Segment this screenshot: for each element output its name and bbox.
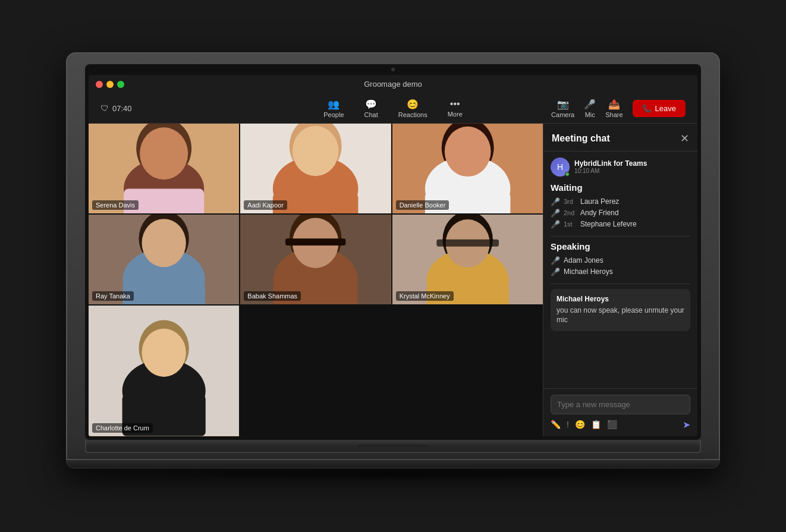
divider-2 [551,284,690,284]
svg-rect-36 [436,240,499,247]
bot-msg-text: you can now speak, please unmute your mi… [557,306,684,326]
window-title: Groomage demo [364,80,422,89]
laptop-base [66,460,720,468]
bot-time: 10:10 AM [574,168,647,174]
position-3: 1st [564,221,577,228]
attach-icon[interactable]: 📋 [591,420,601,429]
share-label: Share [605,111,622,118]
title-bar: Groomage demo [89,75,697,94]
position-2: 2nd [564,209,577,216]
speaking-list: Speaking 🎤 Adam Jones 🎤 Michael Heroys [551,241,690,278]
priority-icon[interactable]: ! [567,420,569,429]
participant-name-danielle: Danielle Booker [396,200,449,210]
speaking-mic-icon-2: 🎤 [551,267,560,276]
maximize-window-button[interactable] [117,81,124,88]
svg-point-24 [142,329,186,377]
participant-name-charlotte: Charlotte de Crum [92,423,153,433]
svg-point-3 [140,127,188,180]
participant-name-serena: Serena Davis [92,200,139,210]
video-cell-charlotte: Charlotte de Crum [89,306,239,436]
share-icon: 📤 [608,99,620,110]
reactions-label: Reactions [398,111,427,118]
chat-input-area: ✏️ ! 😊 📋 ⬛ ➤ [543,388,697,436]
reactions-button[interactable]: 😊 Reactions [394,96,432,121]
laptop-frame: Groomage demo 🛡 07:40 👥 People [66,52,720,480]
bot-msg-author: Michael Heroys [557,295,684,303]
chat-header: Meeting chat ✕ [543,124,697,152]
toolbar-center: 👥 People 💬 Chat 😊 Reactions ••• [297,96,489,121]
waiting-name-1: Laura Perez [580,197,619,206]
screen: Groomage demo 🛡 07:40 👥 People [89,75,697,436]
more-icon: ••• [450,99,460,109]
phone-icon: 📞 [642,104,652,113]
speaking-section-title: Speaking [551,241,690,251]
mic-icon-3: 🎤 [551,220,560,229]
camera-label: Camera [551,111,574,118]
leave-label: Leave [655,104,676,113]
waiting-name-2: Andy Friend [580,209,619,217]
giphy-icon[interactable]: ⬛ [607,420,617,429]
mic-icon-2: 🎤 [551,209,560,218]
bot-status-dot [565,172,570,177]
chat-button[interactable]: 💬 Chat [360,96,383,121]
people-button[interactable]: 👥 People [319,96,348,121]
participant-name-ray: Ray Tanaka [92,291,134,301]
reactions-icon: 😊 [407,99,419,110]
mic-icon-1: 🎤 [551,197,560,206]
chat-body[interactable]: H HybridLink for Teams 10:10 AM [543,152,697,388]
send-button[interactable]: ➤ [683,419,690,430]
toolbar-right: 📷 Camera 🎤 Mic 📤 Share 📞 [493,99,686,118]
video-cell-aadi: Aadi Kapoor [240,124,391,213]
emoji-icon[interactable]: 😊 [575,420,585,429]
video-cell-serena: Serena Davis [89,124,239,213]
participant-name-babak: Babak Shammas [244,291,301,301]
share-button[interactable]: 📤 Share [605,99,622,118]
participant-name-krystal: Krystal McKinney [396,291,454,301]
mic-button[interactable]: 🎤 Mic [584,99,596,118]
trackpad-notch [357,445,429,447]
waiting-item-3: 🎤 1st Stephane Lefevre [551,219,690,230]
laptop-body: Groomage demo 🛡 07:40 👥 People [66,52,720,460]
speaking-mic-icon-1: 🎤 [551,256,560,265]
svg-point-29 [444,126,491,176]
bot-avatar: H [551,158,570,177]
waiting-item-1: 🎤 3rd Laura Perez [551,196,690,207]
speaking-name-1: Adam Jones [564,256,603,265]
main-content: Serena Davis [89,124,697,436]
more-button[interactable]: ••• More [443,96,467,120]
timer-area: 🛡 07:40 [100,103,293,113]
leave-button[interactable]: 📞 Leave [633,100,686,117]
webcam [391,68,395,71]
close-window-button[interactable] [96,81,103,88]
window-controls [96,81,124,88]
bot-message-header: H HybridLink for Teams 10:10 AM [551,158,690,177]
close-chat-button[interactable]: ✕ [680,132,689,145]
participant-name-aadi: Aadi Kapoor [244,200,287,210]
shield-icon: 🛡 [100,103,109,113]
camera-button[interactable]: 📷 Camera [551,99,574,118]
bot-name: HybridLink for Teams [574,159,647,168]
format-icon[interactable]: ✏️ [551,420,561,429]
chat-toolbar: ✏️ ! 😊 📋 ⬛ ➤ [551,419,690,430]
bot-notification: Michael Heroys you can now speak, please… [551,289,690,332]
video-cell-krystal: Krystal McKinney [392,215,543,304]
chat-panel-title: Meeting chat [552,133,610,144]
people-icon: 👥 [328,99,339,110]
mic-icon: 🎤 [584,99,596,110]
video-grid: Serena Davis [89,124,543,436]
speaking-name-2: Michael Heroys [564,267,613,276]
camera-icon: 📷 [557,99,569,110]
minimize-window-button[interactable] [106,81,114,88]
people-label: People [323,111,344,118]
svg-point-8 [293,125,339,175]
more-label: More [448,111,463,118]
svg-point-13 [142,219,186,267]
laptop-shadow [90,468,696,480]
participant-video-charlotte [89,306,239,436]
video-cell-danielle: Danielle Booker [392,124,543,213]
mic-label: Mic [585,111,595,118]
message-input[interactable] [551,395,690,414]
waiting-name-3: Stephane Lefevre [580,220,637,228]
position-1: 3rd [564,198,577,205]
timer-display: 07:40 [112,104,132,113]
